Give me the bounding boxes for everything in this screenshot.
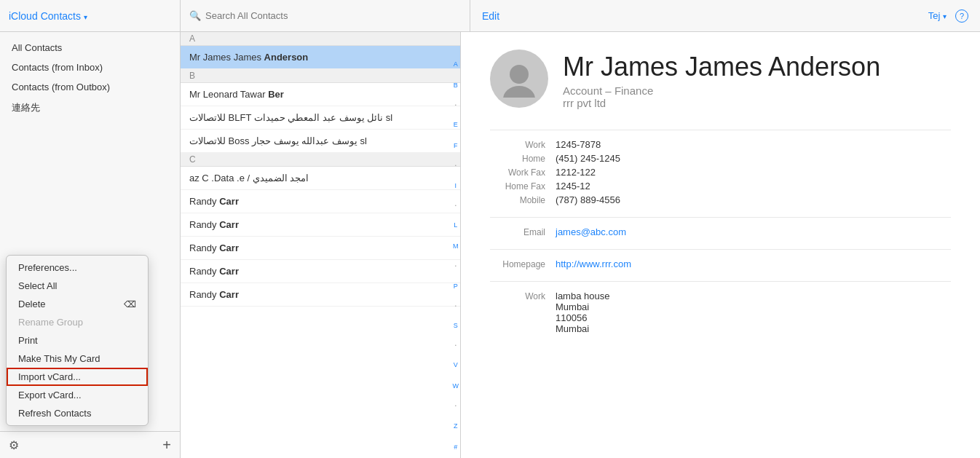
edit-button[interactable]: Edit xyxy=(482,10,499,22)
sidebar: All Contacts Contacts (from Inbox) Conta… xyxy=(0,32,181,458)
contacts-label[interactable]: Contacts ▾ xyxy=(41,10,87,22)
add-contact-icon[interactable]: + xyxy=(162,438,171,452)
mobile-label: Mobile xyxy=(490,194,556,205)
address-label: Work xyxy=(490,291,556,301)
sidebar-item-inbox[interactable]: Contacts (from Inbox) xyxy=(0,58,180,77)
detail-row-homepage: Homepage http://www.rrr.com xyxy=(490,258,951,269)
menu-item-import-vcard[interactable]: Import vCard... xyxy=(7,368,148,386)
home-fax-label: Home Fax xyxy=(490,181,556,192)
menu-item-export-vcard[interactable]: Export vCard... xyxy=(7,386,148,404)
detail-row-home: Home (451) 245-1245 xyxy=(490,153,951,164)
homepage-label: Homepage xyxy=(490,258,556,269)
homepage-section: Homepage http://www.rrr.com xyxy=(490,249,951,281)
detail-row-mobile: Mobile (787) 889-4556 xyxy=(490,194,951,205)
section-header-c: C xyxy=(181,153,460,167)
svg-point-0 xyxy=(510,65,529,84)
gear-icon[interactable]: ⚙ xyxy=(9,438,19,452)
email-section: Email james@abc.com xyxy=(490,217,951,249)
menu-item-preferences[interactable]: Preferences... xyxy=(7,258,148,277)
main-content: All Contacts Contacts (from Inbox) Conta… xyxy=(0,32,980,458)
contact-list: A Mr James James Anderson B Mr Leonard T… xyxy=(181,32,461,458)
top-bar: iCloud Contacts ▾ 🔍 Edit Tej ▾ ? xyxy=(0,0,980,32)
email-value[interactable]: james@abc.com xyxy=(556,226,626,237)
contact-name-block: Mr James James Anderson Account – Financ… xyxy=(563,50,880,109)
phone-section: Work 1245-7878 Home (451) 245-1245 Work … xyxy=(490,130,951,217)
contact-item[interactable]: Randy Carr xyxy=(181,190,460,213)
avatar-person-icon xyxy=(500,60,538,98)
sidebar-item-outbox[interactable]: Contacts (from Outbox) xyxy=(0,77,180,97)
home-phone-label: Home xyxy=(490,153,556,164)
top-bar-brand-area: iCloud Contacts ▾ xyxy=(0,0,181,31)
contact-header: Mr James James Anderson Account – Financ… xyxy=(490,50,951,109)
detail-row-home-fax: Home Fax 1245-12 xyxy=(490,181,951,192)
search-input[interactable] xyxy=(205,10,461,21)
contact-list-scroll: A Mr James James Anderson B Mr Leonard T… xyxy=(181,32,460,458)
contact-item[interactable]: Mr James James Anderson xyxy=(181,46,460,69)
work-phone-value: 1245-7878 xyxy=(556,139,601,150)
home-phone-value: (451) 245-1245 xyxy=(556,153,620,164)
search-bar-area: 🔍 xyxy=(181,0,470,31)
menu-item-make-my-card[interactable]: Make This My Card xyxy=(7,350,148,368)
detail-row-address: Work lamba house Mumbai 110056 Mumbai xyxy=(490,291,951,334)
section-header-a: A xyxy=(181,32,460,46)
contact-name: Mr James James Anderson xyxy=(563,52,880,82)
user-menu[interactable]: Tej ▾ xyxy=(928,10,947,21)
menu-item-select-all[interactable]: Select All xyxy=(7,277,148,295)
contact-org-line1: Account – Finance xyxy=(563,84,880,97)
contact-item[interactable]: az C .Data .e / امجد الضميدي xyxy=(181,167,460,190)
top-bar-actions: Tej ▾ ? xyxy=(928,9,968,23)
contact-org-line2: rrr pvt ltd xyxy=(563,97,880,109)
contact-item[interactable]: للاتصالات BLFT نائل يوسف عبد المعطي حميد… xyxy=(181,106,460,130)
menu-item-print[interactable]: Print xyxy=(7,331,148,350)
contact-item[interactable]: Randy Carr xyxy=(181,283,460,307)
work-phone-label: Work xyxy=(490,139,556,150)
mobile-value: (787) 889-4556 xyxy=(556,194,620,205)
detail-panel: Mr James James Anderson Account – Financ… xyxy=(461,32,980,458)
sidebar-item-renrakuaki[interactable]: 連絡先 xyxy=(0,97,180,119)
context-menu: Preferences... Select All Delete ⌫ Renam… xyxy=(6,255,149,426)
icloud-label: iCloud xyxy=(9,10,38,22)
top-bar-right: Edit Tej ▾ ? xyxy=(470,0,980,31)
address-value: lamba house Mumbai 110056 Mumbai xyxy=(556,291,609,334)
contact-item[interactable]: Randy Carr xyxy=(181,260,460,283)
work-fax-label: Work Fax xyxy=(490,167,556,178)
detail-row-work: Work 1245-7878 xyxy=(490,139,951,150)
detail-row-email: Email james@abc.com xyxy=(490,226,951,237)
home-fax-value: 1245-12 xyxy=(556,181,590,192)
contact-item[interactable]: Randy Carr xyxy=(181,213,460,237)
menu-item-rename-group: Rename Group xyxy=(7,313,148,331)
avatar xyxy=(490,50,548,108)
help-button[interactable]: ? xyxy=(955,9,968,23)
section-header-b: B xyxy=(181,69,460,83)
svg-point-1 xyxy=(503,86,535,98)
contact-item[interactable]: للاتصالات Boss يوسف عبدالله يوسف حجار sl xyxy=(181,130,460,153)
search-icon: 🔍 xyxy=(189,10,201,21)
delete-icon: ⌫ xyxy=(124,299,136,309)
contact-item[interactable]: Randy Carr xyxy=(181,237,460,260)
detail-row-work-fax: Work Fax 1212-122 xyxy=(490,167,951,178)
menu-item-delete[interactable]: Delete ⌫ xyxy=(7,295,148,313)
sidebar-bottom: ⚙ + xyxy=(0,431,180,458)
menu-item-refresh[interactable]: Refresh Contacts xyxy=(7,404,148,422)
alpha-index[interactable]: A B • E F • I • L M • P • S • V W • Z # xyxy=(453,54,459,458)
work-fax-value: 1212-122 xyxy=(556,167,596,178)
address-section: Work lamba house Mumbai 110056 Mumbai xyxy=(490,281,951,346)
contact-item[interactable]: Mr Leonard Tawar Ber xyxy=(181,83,460,106)
homepage-value[interactable]: http://www.rrr.com xyxy=(556,258,631,269)
email-label: Email xyxy=(490,226,556,237)
sidebar-item-all-contacts[interactable]: All Contacts xyxy=(0,38,180,58)
